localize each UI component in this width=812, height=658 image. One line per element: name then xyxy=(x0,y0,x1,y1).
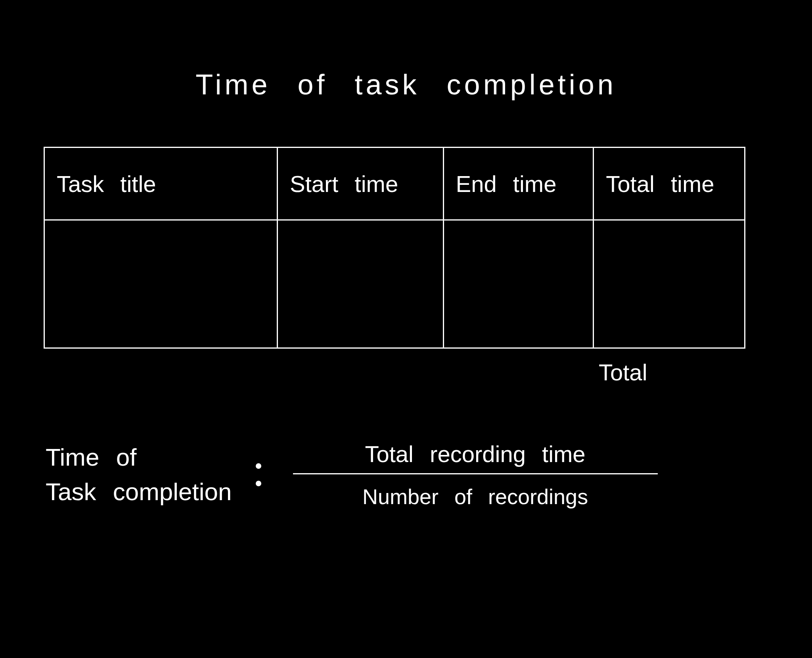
table-header-row: Task title Start time End time Total tim… xyxy=(45,148,744,221)
formula: Time of Task completion Total recording … xyxy=(46,440,658,509)
cell-task-title xyxy=(45,221,278,347)
header-task-title: Task title xyxy=(45,148,278,219)
fraction-denominator: Number of recordings xyxy=(362,474,588,509)
formula-left-line2: Task completion xyxy=(46,475,232,509)
cell-end-time xyxy=(444,221,594,347)
table-row xyxy=(45,221,744,347)
page-title: Time of task completion xyxy=(0,68,812,101)
colon-dot-bottom xyxy=(256,481,261,486)
header-end-time: End time xyxy=(444,148,594,219)
cell-total-time xyxy=(594,221,744,347)
total-label: Total xyxy=(599,359,647,386)
formula-left-side: Time of Task completion xyxy=(46,440,232,509)
colon-dot-top xyxy=(256,463,261,469)
colon-icon xyxy=(256,463,261,486)
formula-left-line1: Time of xyxy=(46,440,232,475)
task-table: Task title Start time End time Total tim… xyxy=(44,147,745,349)
fraction-numerator: Total recording time xyxy=(365,441,585,473)
formula-fraction: Total recording time Number of recording… xyxy=(293,441,658,509)
header-total-time: Total time xyxy=(594,148,744,219)
header-start-time: Start time xyxy=(278,148,444,219)
cell-start-time xyxy=(278,221,444,347)
